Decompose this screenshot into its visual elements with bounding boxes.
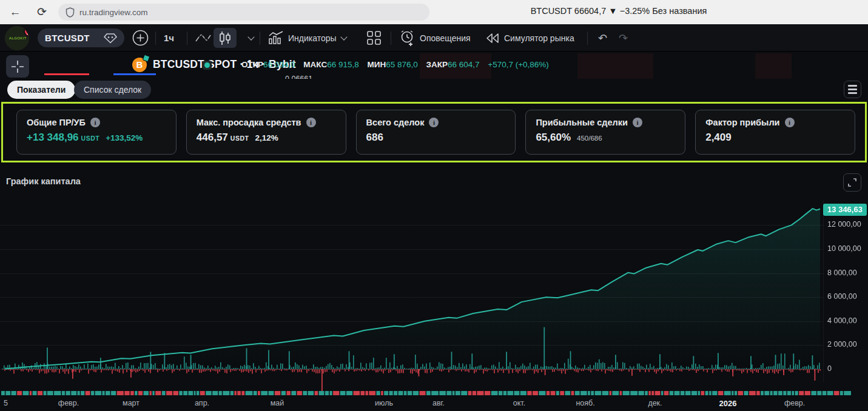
x-axis-label: июль bbox=[375, 399, 393, 407]
card-title: Макс. просадка средств bbox=[197, 118, 301, 127]
symbol-search-button[interactable]: BTCUSDT bbox=[38, 28, 124, 47]
notification-badge: 11 bbox=[24, 26, 29, 37]
open-value: 66 034,0 bbox=[263, 60, 295, 69]
compare-add-symbol-button[interactable] bbox=[129, 28, 152, 48]
indicators-button[interactable]: Индикаторы bbox=[264, 28, 350, 48]
x-axis-label: март bbox=[123, 399, 140, 407]
alerts-button[interactable]: Оповещения bbox=[395, 28, 474, 48]
stats-highlight-box: Общие ПР/УБi +13 348,96USDT+133,52% Макс… bbox=[1, 102, 867, 162]
interval-button[interactable]: 1ч bbox=[160, 28, 178, 48]
card-value: 65,60% bbox=[536, 132, 571, 143]
equity-chart-canvas[interactable] bbox=[0, 200, 868, 399]
x-axis-label: май bbox=[271, 399, 284, 407]
tab-performance[interactable]: Показатели bbox=[7, 81, 75, 99]
high-value: 66 915,8 bbox=[327, 60, 359, 69]
card-title: Общие ПР/УБ bbox=[27, 118, 86, 127]
gem-icon bbox=[104, 33, 117, 44]
card-profit-factor[interactable]: Фактор прибылиi 2,409 bbox=[695, 110, 855, 155]
close-value: 66 604,7 bbox=[448, 60, 480, 69]
browser-bar: ← ⟳ ru.tradingview.com BTCUSDT 66604,7 ▼… bbox=[0, 0, 868, 24]
x-axis-label: февр. bbox=[784, 399, 805, 407]
line-chart-type-button[interactable] bbox=[192, 28, 215, 48]
card-profitable-trades[interactable]: Прибыльные сделкиi 65,60%450/686 bbox=[525, 110, 685, 155]
user-avatar[interactable]: ALGOKIT 11 bbox=[5, 26, 29, 50]
volume-value-clipped: 0.06661 bbox=[285, 73, 340, 79]
browser-back-icon[interactable]: ← bbox=[7, 4, 23, 20]
x-axis-label: авг. bbox=[432, 399, 445, 407]
fullscreen-button[interactable] bbox=[843, 173, 861, 192]
info-icon[interactable]: i bbox=[90, 118, 100, 127]
plus-circle-icon bbox=[132, 30, 149, 46]
expand-icon bbox=[844, 174, 861, 191]
replay-rewind-icon bbox=[485, 32, 500, 44]
card-total-trades[interactable]: Всего сделокi 686 bbox=[356, 110, 516, 155]
strategy-tester-tabs: Показатели Список сделок bbox=[0, 79, 868, 101]
candlestick-icon bbox=[218, 31, 232, 45]
x-axis-label: апр. bbox=[195, 399, 209, 407]
card-net-profit[interactable]: Общие ПР/УБi +13 348,96USDT+133,52% bbox=[16, 110, 177, 155]
tradingview-strategy-tester-screen: ← ⟳ ru.tradingview.com BTCUSDT 66604,7 ▼… bbox=[0, 0, 868, 411]
chart-type-dropdown[interactable] bbox=[240, 28, 257, 48]
crosshair-icon bbox=[9, 58, 26, 75]
x-axis-label: окт. bbox=[513, 399, 525, 407]
y-axis-label: 8 000,00 bbox=[827, 269, 857, 277]
replay-label: Симулятор рынка bbox=[504, 33, 574, 43]
info-icon[interactable]: i bbox=[633, 118, 642, 127]
info-icon[interactable]: i bbox=[306, 118, 316, 127]
chevron-down-icon bbox=[340, 33, 347, 40]
y-axis-label: 2 000,00 bbox=[827, 340, 857, 349]
card-title: Фактор прибыли bbox=[705, 118, 779, 127]
x-axis-label: февр. bbox=[58, 399, 79, 407]
y-axis-label: 0 bbox=[827, 364, 832, 373]
layout-grid-button[interactable] bbox=[363, 28, 385, 48]
info-icon[interactable]: i bbox=[429, 118, 439, 127]
card-value: 686 bbox=[366, 132, 383, 143]
x-axis-label: 5 bbox=[4, 399, 8, 407]
price-axis-separator bbox=[823, 200, 824, 382]
x-axis-label: нояб. bbox=[576, 399, 594, 407]
tab-trades-list[interactable]: Список сделок bbox=[74, 81, 151, 99]
redo-icon: ↷ bbox=[619, 32, 628, 45]
redo-button[interactable]: ↷ bbox=[615, 28, 631, 48]
y-axis-label: 6 000,00 bbox=[827, 292, 857, 301]
market-status-dot[interactable] bbox=[203, 61, 212, 70]
y-axis-label: 10 000,00 bbox=[827, 244, 861, 253]
y-axis-label: 12 000,00 bbox=[827, 220, 861, 229]
site-info-shield-icon[interactable] bbox=[66, 7, 75, 18]
chevron-down-icon bbox=[247, 33, 254, 40]
browser-reload-icon[interactable]: ⟳ bbox=[34, 4, 50, 20]
symbol-search-value: BTCUSDT bbox=[45, 33, 104, 43]
x-axis-label: 2026 bbox=[719, 399, 737, 408]
y-axis-label: 4 000,00 bbox=[827, 316, 857, 325]
line-chart-icon bbox=[195, 32, 211, 45]
chart-legend-row: B BTCUSDT SPOT · 1ч · Bybit ОТКР66 034,0… bbox=[0, 52, 868, 79]
tester-menu-button[interactable] bbox=[844, 81, 861, 98]
address-bar[interactable]: ru.tradingview.com bbox=[58, 4, 429, 21]
equity-chart-title: График капитала bbox=[6, 176, 81, 186]
alerts-label: Оповещения bbox=[420, 33, 471, 43]
low-value: 65 876,0 bbox=[386, 60, 418, 69]
card-value: 446,57 bbox=[197, 132, 228, 143]
crosshair-tool-button[interactable] bbox=[6, 55, 29, 78]
card-title: Всего сделок bbox=[366, 118, 425, 127]
alarm-clock-plus-icon bbox=[399, 30, 415, 46]
browser-tab-title: BTCUSDT 66604,7 ▼ −3.25% Без названия bbox=[449, 6, 789, 16]
undo-button[interactable]: ↶ bbox=[594, 28, 611, 48]
ohlc-values: ОТКР66 034,0 МАКС66 915,8 МИН65 876,0 ЗА… bbox=[241, 60, 549, 69]
undo-icon: ↶ bbox=[598, 32, 607, 45]
info-icon[interactable]: i bbox=[785, 118, 795, 127]
indicators-label: Индикаторы bbox=[288, 33, 337, 43]
interval-value: 1ч bbox=[164, 33, 174, 43]
change-value: +570,7 (+0,86%) bbox=[488, 60, 549, 69]
market-replay-button[interactable]: Симулятор рынка bbox=[482, 28, 578, 48]
url-text: ru.tradingview.com bbox=[79, 8, 148, 17]
tv-toolbar: ALGOKIT 11 BTCUSDT 1ч bbox=[0, 24, 868, 52]
grid-layout-icon bbox=[366, 30, 382, 45]
hidden-row-blue-strip bbox=[113, 73, 156, 75]
x-axis-label: дек. bbox=[648, 399, 662, 407]
card-title: Прибыльные сделки bbox=[536, 118, 628, 127]
hidden-row-red-strip bbox=[44, 73, 89, 75]
candles-chart-type-button[interactable] bbox=[214, 28, 237, 48]
indicators-icon bbox=[268, 31, 284, 45]
card-max-drawdown[interactable]: Макс. просадка средствi 446,57USDT2,12% bbox=[186, 110, 346, 155]
